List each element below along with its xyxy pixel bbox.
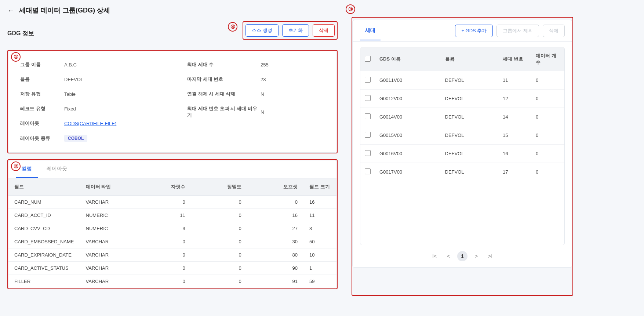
checkbox-icon[interactable] — [365, 77, 371, 83]
layout-link[interactable]: CODS(CARDFILE-FILE) — [64, 121, 116, 126]
gds-header-volume: 볼륨 — [441, 47, 498, 71]
row-checkbox-cell[interactable] — [360, 90, 375, 108]
cell-data-count: 0 — [531, 126, 564, 145]
page-title: 세대별 데이터 그룹(GDG) 상세 — [19, 6, 110, 15]
page-prev-icon[interactable]: < — [443, 251, 454, 261]
callout-1: ① — [11, 52, 21, 62]
info-row: 레코드 유형Fixed — [20, 105, 158, 112]
cell-digits: 0 — [135, 235, 191, 248]
callout-3: ③ — [346, 4, 355, 14]
generate-source-button[interactable]: 소스 생성 — [245, 24, 279, 37]
pagination: I< < 1 > >I — [360, 251, 565, 261]
cell-gen-no: 14 — [498, 108, 531, 126]
add-gds-button[interactable]: + GDS 추가 — [455, 25, 493, 37]
cell-gds-name: G0016V00 — [375, 145, 441, 163]
cell-field: CARD_ACCT_ID — [8, 209, 80, 222]
checkbox-icon[interactable] — [365, 95, 371, 101]
col-header-datatype: 데이터 타입 — [80, 178, 135, 196]
table-row: CARD_CVV_CDNUMERIC30273 — [8, 222, 336, 235]
tab-layout[interactable]: 레이아웃 — [41, 160, 73, 178]
info-value: N — [261, 109, 264, 115]
table-row: CARD_EXPIRAION_DATEVARCHAR008010 — [8, 248, 336, 262]
delete-button[interactable]: 삭제 — [313, 24, 335, 37]
cell-datatype: VARCHAR — [80, 196, 135, 209]
cell-size: 11 — [303, 209, 336, 222]
cell-volume: DEFVOL — [441, 126, 498, 145]
columns-region: ② 컬럼 레이아웃 필드 데이터 타입 자릿수 정밀도 오프셋 필드 크기 — [7, 159, 338, 289]
info-label: 연결 해제 시 세대 삭제 — [187, 91, 261, 97]
cell-data-count: 0 — [531, 71, 564, 90]
info-row: 레이아웃CODS(CARDFILE-FILE) — [20, 120, 158, 127]
row-checkbox-cell[interactable] — [360, 71, 375, 90]
cell-datatype: VARCHAR — [80, 275, 135, 288]
cell-gds-name: G0012V00 — [375, 90, 441, 108]
cell-gen-no: 17 — [498, 163, 531, 181]
page-last-icon[interactable]: >I — [485, 251, 495, 261]
info-value: 23 — [261, 77, 266, 82]
tab-generation[interactable]: 세대 — [360, 21, 381, 40]
cell-digits: 11 — [135, 209, 191, 222]
cell-gen-no: 15 — [498, 126, 531, 145]
info-label: 레코드 유형 — [20, 105, 64, 112]
row-checkbox-cell[interactable] — [360, 145, 375, 163]
cell-size: 16 — [303, 196, 336, 209]
columns-table: 필드 데이터 타입 자릿수 정밀도 오프셋 필드 크기 CARD_NUMVARC… — [8, 178, 336, 288]
cell-offset: 16 — [247, 209, 303, 222]
cell-datatype: VARCHAR — [80, 248, 135, 262]
cell-volume: DEFVOL — [441, 90, 498, 108]
cell-gen-no: 11 — [498, 71, 531, 90]
gds-header-select-all[interactable] — [360, 47, 375, 71]
info-row: 최대 세대 번호 초과 시 세대 비우기N — [187, 105, 325, 119]
cell-field: CARD_ACTIVE_STATUS — [8, 262, 80, 275]
page-first-icon[interactable]: I< — [429, 251, 440, 261]
cell-datatype: NUMERIC — [80, 222, 135, 235]
cell-digits: 0 — [135, 248, 191, 262]
cell-precision: 0 — [191, 248, 247, 262]
page-current[interactable]: 1 — [457, 251, 467, 261]
page-next-icon[interactable]: > — [471, 251, 481, 261]
cell-size: 10 — [303, 248, 336, 262]
col-header-digits: 자릿수 — [135, 178, 191, 196]
cell-field: CARD_NUM — [8, 196, 80, 209]
info-row: 볼륨DEFVOL — [20, 76, 158, 83]
callout-4: ④ — [228, 22, 237, 32]
row-checkbox-cell[interactable] — [360, 126, 375, 145]
row-checkbox-cell[interactable] — [360, 163, 375, 181]
checkbox-icon[interactable] — [365, 150, 371, 156]
gds-header-gen-no: 세대 번호 — [498, 47, 531, 71]
gds-header-name: GDS 이름 — [375, 47, 441, 71]
cell-data-count: 0 — [531, 108, 564, 126]
info-label: 마지막 세대 번호 — [187, 76, 261, 83]
info-value: DEFVOL — [64, 77, 83, 82]
checkbox-icon[interactable] — [365, 168, 371, 174]
page-header: ← 세대별 데이터 그룹(GDG) 상세 — [7, 6, 338, 15]
cell-data-count: 0 — [531, 90, 564, 108]
delete-gds-button[interactable]: 삭제 — [543, 25, 565, 37]
checkbox-icon[interactable] — [365, 113, 371, 119]
reset-button[interactable]: 초기화 — [282, 24, 309, 37]
cell-gen-no: 12 — [498, 90, 531, 108]
table-row: G0017V00DEFVOL170 — [360, 163, 564, 181]
info-row: 레이아웃 종류COBOL — [20, 135, 158, 142]
gds-header-data-count: 데이터 개수 — [531, 47, 564, 71]
row-checkbox-cell[interactable] — [360, 108, 375, 126]
checkbox-icon[interactable] — [365, 132, 371, 138]
info-label: 레이아웃 — [20, 120, 64, 127]
cell-offset: 80 — [247, 248, 303, 262]
table-row: G0014V00DEFVOL140 — [360, 108, 564, 126]
checkbox-icon[interactable] — [365, 56, 371, 62]
cell-digits: 3 — [135, 222, 191, 235]
table-row: CARD_ACCT_IDNUMERIC1101611 — [8, 209, 336, 222]
cell-datatype: VARCHAR — [80, 262, 135, 275]
info-value: COBOL — [64, 135, 87, 142]
cell-gds-name: G0011V00 — [375, 71, 441, 90]
info-row: 저장 유형Table — [20, 91, 158, 97]
info-value: Fixed — [64, 106, 76, 112]
back-arrow-icon[interactable]: ← — [7, 6, 15, 15]
table-row: FILLERVARCHAR009159 — [8, 275, 336, 288]
table-row: CARD_EMBOSSED_NAMEVARCHAR003050 — [8, 235, 336, 248]
exclude-from-group-button[interactable]: 그룹에서 제외 — [496, 25, 539, 37]
info-row: 마지막 세대 번호23 — [187, 76, 325, 83]
cell-field: CARD_EMBOSSED_NAME — [8, 235, 80, 248]
table-row: CARD_NUMVARCHAR00016 — [8, 196, 336, 209]
